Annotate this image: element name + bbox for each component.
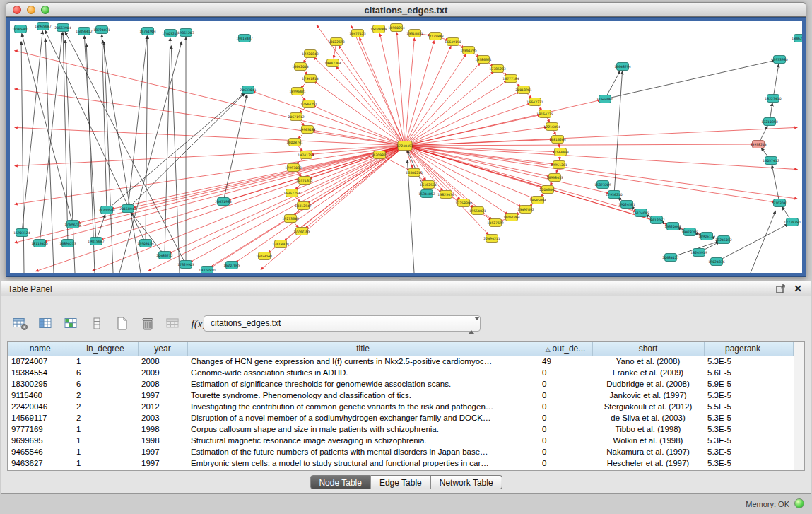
graph-edge[interactable] <box>405 71 494 146</box>
cell-name[interactable]: 9699695 <box>8 435 73 446</box>
graph-node[interactable]: 16890213 <box>59 240 76 247</box>
graph-edge[interactable] <box>407 160 414 273</box>
graph-edge[interactable] <box>65 40 75 273</box>
graph-node[interactable]: 16642221 <box>526 98 543 106</box>
cell-pagerank[interactable]: 5.3E-5 <box>704 424 782 435</box>
graph-node[interactable]: 18462210 <box>792 35 802 42</box>
cell-in_degree[interactable]: 1 <box>73 435 138 446</box>
cell-pagerank[interactable]: 5.3E-5 <box>704 435 782 446</box>
graph-edge[interactable] <box>405 146 775 202</box>
graph-edge[interactable] <box>15 146 405 204</box>
graph-edge[interactable] <box>351 25 405 146</box>
graph-node[interactable]: 14741254 <box>298 151 314 159</box>
new-file-icon[interactable] <box>113 315 131 333</box>
graph-node[interactable]: 15958214 <box>750 141 766 148</box>
cell-year[interactable]: 2009 <box>138 367 187 378</box>
graph-node[interactable]: 15344052 <box>418 190 435 198</box>
cell-in_degree[interactable]: 6 <box>73 378 138 390</box>
graph-node[interactable]: 16162554 <box>420 181 436 189</box>
cell-year[interactable]: 2008 <box>138 356 187 367</box>
cell-title[interactable]: Embryonic stem cells: a model to study s… <box>187 457 539 469</box>
graph-node[interactable]: 16648794 <box>614 63 630 71</box>
show-columns-icon[interactable] <box>37 315 55 333</box>
graph-edge[interactable] <box>15 51 405 146</box>
graph-edge[interactable] <box>405 92 519 146</box>
graph-node[interactable]: 17779250 <box>784 218 800 226</box>
graph-node[interactable]: 15318831 <box>406 30 423 37</box>
cell-title[interactable]: Tourette syndrome. Phenomenology and cla… <box>187 390 539 401</box>
graph-edge[interactable] <box>45 146 405 242</box>
graph-node[interactable]: 19554021 <box>469 207 486 215</box>
cell-title[interactable]: Disruption of a novel member of a sodium… <box>187 412 539 424</box>
graph-edge[interactable] <box>148 146 405 271</box>
cell-year[interactable]: 1998 <box>138 424 187 435</box>
graph-node[interactable]: 20671934 <box>215 198 231 206</box>
graph-node[interactable]: 16960254 <box>388 24 404 32</box>
graph-node[interactable]: 12216054 <box>543 123 560 131</box>
graph-edge[interactable] <box>405 38 414 146</box>
cell-out_degree[interactable]: 0 <box>539 401 592 412</box>
graph-edge[interactable] <box>339 46 405 146</box>
graph-node[interactable]: 16057412 <box>763 157 779 165</box>
cell-out_degree[interactable]: 0 <box>539 446 592 457</box>
graph-node[interactable]: 17541814 <box>302 75 318 83</box>
cell-pagerank[interactable]: 5.3E-5 <box>704 390 782 401</box>
cell-title[interactable]: Genome-wide association studies in ADHD. <box>187 367 539 378</box>
graph-node[interactable]: 19024581 <box>618 201 635 209</box>
table-row[interactable]: 1938455462009Genome-wide association stu… <box>8 367 794 378</box>
cell-in_degree[interactable]: 1 <box>73 356 138 367</box>
graph-node[interactable]: 11544060 <box>596 95 613 103</box>
graph-edge[interactable] <box>40 33 62 243</box>
graph-edge[interactable] <box>45 39 54 273</box>
graph-edge[interactable] <box>405 127 797 146</box>
graph-node[interactable]: 18545094 <box>529 197 546 204</box>
column-header-name[interactable]: name <box>8 342 73 356</box>
cell-year[interactable]: 1997 <box>138 446 187 457</box>
table-row[interactable]: 977716911998Corpus callosum shape and si… <box>8 424 794 435</box>
cell-out_degree[interactable]: 0 <box>539 457 592 469</box>
graph-node[interactable]: 19951261 <box>551 161 567 169</box>
cell-name[interactable]: 19384554 <box>8 367 73 378</box>
graph-node[interactable]: 15973930 <box>771 56 787 64</box>
graph-node[interactable]: 17544251 <box>300 100 317 108</box>
cell-short[interactable]: Wolkin et al. (1998) <box>592 435 704 446</box>
graph-node[interactable]: 20663904 <box>54 24 71 32</box>
graph-node[interactable]: 16477123 <box>349 30 365 37</box>
graph-edge[interactable] <box>313 106 405 146</box>
graph-edge[interactable] <box>21 42 24 273</box>
graph-node[interactable]: 18022698 <box>328 38 344 46</box>
window-titlebar[interactable]: citations_edges.txt <box>6 2 806 17</box>
cell-title[interactable]: Structural magnetic resonance image aver… <box>187 435 539 446</box>
graph-node[interactable]: 17103041 <box>771 199 787 207</box>
graph-edge[interactable] <box>236 146 405 262</box>
graph-node[interactable]: 20018961 <box>515 86 531 94</box>
cell-in_degree[interactable]: 6 <box>73 367 138 378</box>
graph-node[interactable]: 15497892 <box>517 206 534 214</box>
graph-edge[interactable] <box>405 103 530 146</box>
graph-node[interactable]: 18300218 <box>406 169 422 177</box>
graph-node[interactable]: 16905173 <box>698 233 714 240</box>
graph-node[interactable]: 20634127 <box>662 254 678 262</box>
splitter-handle[interactable] <box>399 278 411 280</box>
cell-name[interactable]: 18300295 <box>8 378 73 390</box>
network-graph[interactable]: 1724045715318831121258431664915019861795… <box>10 21 802 273</box>
graph-node[interactable]: 18245919 <box>690 249 707 257</box>
graph-node[interactable]: 15124908 <box>370 25 387 33</box>
cell-name[interactable]: 9115460 <box>8 390 73 401</box>
table-row[interactable]: 2242004622012Investigating the contribut… <box>8 401 794 412</box>
graph-node[interactable]: 15825476 <box>437 191 454 199</box>
cell-in_degree[interactable]: 1 <box>73 446 138 457</box>
cell-year[interactable]: 1997 <box>138 457 187 469</box>
cell-title[interactable]: Investigating the contribution of common… <box>187 401 539 412</box>
graph-node[interactable]: 20633041 <box>240 86 256 94</box>
graph-edge[interactable] <box>405 100 600 146</box>
table-row[interactable]: 1456911722003Disruption of a novel membe… <box>8 412 794 424</box>
graph-node[interactable]: 19613427 <box>236 35 252 42</box>
cell-name[interactable]: 9465546 <box>8 446 73 457</box>
graph-edge[interactable] <box>63 33 68 243</box>
cell-year[interactable]: 2008 <box>138 378 187 390</box>
cell-out_degree[interactable]: 0 <box>539 424 592 435</box>
cell-short[interactable]: Yano et al. (2008) <box>592 356 704 367</box>
graph-node[interactable]: 17936210 <box>606 191 622 199</box>
graph-node[interactable]: 16367754 <box>283 189 300 197</box>
